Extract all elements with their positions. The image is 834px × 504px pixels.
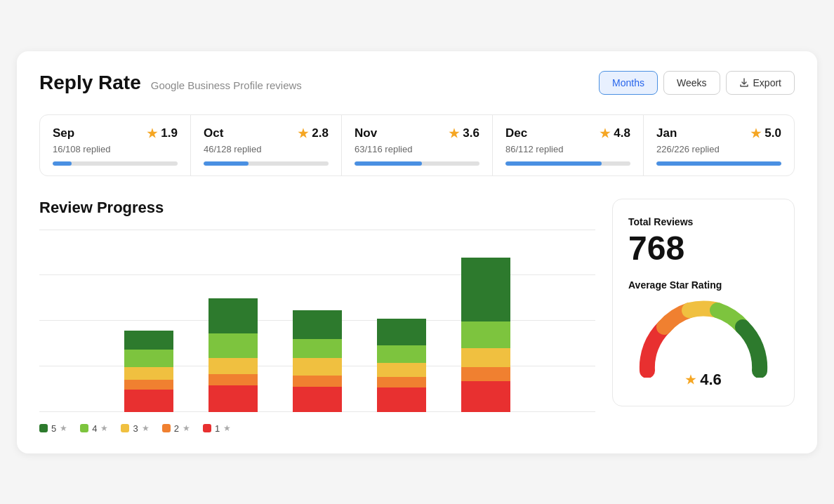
star-icon: ★: [147, 126, 157, 141]
gauge-value: ★ 4.6: [685, 371, 722, 389]
bar-segment-s5: [293, 310, 342, 339]
month-top: Dec ★4.8: [505, 126, 630, 141]
bar-group: [121, 331, 177, 412]
weeks-button[interactable]: Weeks: [663, 71, 720, 95]
chart-legend: 5 ★ 4 ★ 3 ★ 2 ★ 1 ★: [39, 423, 595, 434]
month-cell: Jan ★5.0 226/226 replied: [644, 115, 794, 175]
legend-item: 5 ★: [39, 423, 67, 434]
progress-bar-bg: [355, 161, 479, 166]
bars-container: [39, 230, 595, 412]
legend-dot: [80, 424, 88, 432]
bar-segment-s1: [293, 387, 342, 412]
legend-item: 4 ★: [80, 423, 108, 434]
bar-segment-s5: [208, 298, 258, 333]
bar-stack: [293, 310, 342, 412]
progress-bar-fill: [355, 161, 422, 166]
star-icon: ★: [449, 126, 459, 141]
month-replied: 46/128 replied: [204, 144, 329, 154]
months-button[interactable]: Months: [599, 71, 658, 95]
month-cell: Sep ★1.9 16/108 replied: [40, 115, 191, 175]
export-button[interactable]: Export: [726, 71, 795, 95]
bar-group: [458, 258, 514, 412]
bar-segment-s5: [461, 258, 510, 321]
legend-label: 4: [92, 423, 97, 434]
bar-segment-s3: [124, 367, 173, 380]
bar-chart: [39, 230, 595, 412]
month-name: Sep: [53, 126, 74, 140]
bar-segment-s3: [293, 358, 342, 376]
month-rating: ★4.8: [600, 126, 630, 141]
month-top: Sep ★1.9: [53, 126, 178, 141]
month-name: Jan: [656, 126, 677, 140]
page-subtitle: Google Business Profile reviews: [151, 79, 302, 91]
progress-bar-fill: [505, 161, 602, 166]
month-replied: 16/108 replied: [53, 144, 178, 154]
bar-stack: [208, 298, 258, 412]
bar-segment-s2: [293, 376, 342, 387]
bar-segment-s4: [293, 339, 342, 358]
star-icon: ★: [183, 423, 190, 433]
legend-item: 3 ★: [121, 423, 149, 434]
bar-segment-s1: [124, 390, 173, 412]
month-rating: ★3.6: [449, 126, 479, 141]
months-row: Sep ★1.9 16/108 replied Oct ★2.8 46/128 …: [39, 114, 795, 176]
export-icon: [739, 78, 749, 88]
bar-segment-s3: [461, 348, 510, 367]
month-rating: ★1.9: [147, 126, 178, 141]
bar-segment-s2: [208, 374, 258, 385]
bar-segment-s2: [461, 367, 510, 381]
main-card: Reply Rate Google Business Profile revie…: [17, 51, 817, 453]
progress-bar-bg: [204, 161, 329, 166]
star-icon: ★: [100, 423, 108, 433]
month-top: Nov ★3.6: [355, 126, 479, 141]
progress-bar-bg: [53, 161, 178, 166]
legend-label: 3: [133, 423, 138, 434]
star-icon: ★: [750, 126, 761, 141]
bar-segment-s1: [377, 387, 426, 412]
gauge-star-icon: ★: [685, 373, 696, 387]
month-name: Nov: [355, 126, 377, 140]
header-left: Reply Rate Google Business Profile revie…: [39, 72, 302, 94]
month-cell: Nov ★3.6 63/116 replied: [342, 115, 493, 175]
progress-bar-bg: [505, 161, 630, 166]
month-rating: ★2.8: [298, 126, 329, 141]
bar-segment-s5: [377, 319, 426, 345]
legend-item: 1 ★: [203, 423, 231, 434]
avg-value: 4.6: [700, 371, 722, 389]
bar-segment-s5: [124, 331, 173, 350]
chart-area: Review Progress 5 ★ 4 ★ 3 ★: [39, 199, 595, 434]
legend-item: 2 ★: [162, 423, 190, 434]
bar-segment-s4: [461, 321, 510, 348]
bar-stack: [377, 319, 426, 412]
month-rating: ★5.0: [750, 126, 781, 141]
legend-dot: [121, 424, 129, 432]
star-icon: ★: [600, 126, 610, 141]
star-icon: ★: [223, 423, 231, 433]
bar-segment-s1: [208, 385, 258, 412]
header: Reply Rate Google Business Profile revie…: [39, 71, 795, 95]
bar-segment-s1: [461, 381, 510, 412]
legend-label: 5: [51, 423, 56, 434]
bar-group: [205, 298, 261, 412]
month-replied: 63/116 replied: [355, 144, 479, 154]
month-top: Jan ★5.0: [656, 126, 781, 141]
bar-segment-s4: [124, 350, 173, 367]
gauge-chart: [633, 300, 774, 378]
bar-group: [289, 310, 345, 412]
star-icon: ★: [142, 423, 150, 433]
legend-dot: [162, 424, 171, 432]
legend-dot: [39, 424, 48, 432]
legend-dot: [203, 424, 211, 432]
month-name: Dec: [505, 126, 527, 140]
star-icon: ★: [60, 423, 67, 433]
chart-title: Review Progress: [39, 199, 595, 217]
total-value: 768: [628, 230, 779, 267]
bar-segment-s4: [377, 345, 426, 363]
bar-group: [373, 319, 430, 412]
month-cell: Oct ★2.8 46/128 replied: [191, 115, 342, 175]
month-replied: 226/226 replied: [656, 144, 781, 154]
month-top: Oct ★2.8: [204, 126, 329, 141]
legend-label: 2: [174, 423, 179, 434]
month-replied: 86/112 replied: [505, 144, 630, 154]
bar-segment-s4: [208, 333, 258, 358]
